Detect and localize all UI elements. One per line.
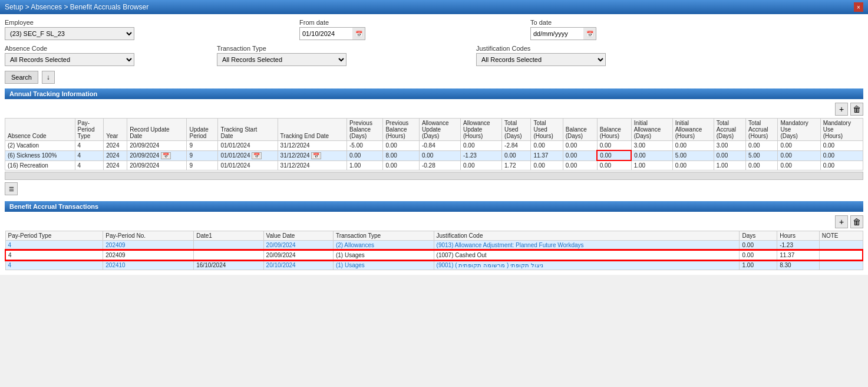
row-allow-update-days: -0.84 bbox=[419, 141, 460, 151]
search-button[interactable]: Search bbox=[5, 71, 38, 84]
tcol-hours: Hours bbox=[777, 231, 820, 241]
trow-value-date: 20/10/2024 bbox=[263, 260, 333, 270]
filter-icon[interactable]: ↓ bbox=[42, 71, 55, 84]
row-pay-period-type: 4 bbox=[75, 150, 104, 160]
col-total-accrual-days: TotalAccrual(Days) bbox=[714, 119, 745, 141]
row-init-allow-days: 0.00 bbox=[631, 150, 672, 160]
employee-select[interactable]: (23) SEC_F SL_23 bbox=[5, 27, 134, 40]
trow-note bbox=[819, 250, 863, 260]
trow-justification-code: ניצול תקופתי ( מרשומה תקופתית ) (9001) bbox=[434, 260, 740, 270]
row-init-allow-days: 3.00 bbox=[631, 141, 672, 151]
to-date-input[interactable] bbox=[530, 27, 583, 40]
row-mandatory-use-hours: 0.00 bbox=[820, 160, 863, 170]
trow-date1: 16/10/2024 bbox=[194, 260, 263, 270]
row-mandatory-use-days: 0.00 bbox=[778, 150, 820, 160]
absence-code-select[interactable]: All Records Selected bbox=[5, 53, 134, 66]
annual-add-button[interactable]: + bbox=[835, 103, 848, 116]
tcol-pay-period-type: Pay-Period Type bbox=[5, 231, 103, 241]
row-update-period: 9 bbox=[187, 141, 218, 151]
title-bar: Setup > Absences > Benefit Accruals Brow… bbox=[0, 0, 868, 14]
col-balance-hours: Balance(Hours) bbox=[597, 119, 631, 141]
trow-date1 bbox=[194, 250, 263, 260]
trow-hours: 11.37 bbox=[777, 250, 820, 260]
row-total-used-days: -2.84 bbox=[502, 141, 531, 151]
row-total-used-hours: 0.00 bbox=[531, 160, 563, 170]
trow-justification-code: (9013) Allowance Adjustment: Planned Fut… bbox=[434, 241, 740, 251]
row-update-period: 9 bbox=[187, 150, 218, 160]
row-absence-code: (16) Recreation bbox=[5, 160, 75, 170]
row-balance-days: 0.00 bbox=[563, 150, 597, 160]
row-init-allow-days: 1.00 bbox=[631, 160, 672, 170]
row-prev-bal-days: -5.00 bbox=[346, 141, 382, 151]
transactions-add-button[interactable]: + bbox=[835, 215, 848, 228]
row-total-accrual-hours: 5.00 bbox=[746, 150, 778, 160]
trow-days: 1.00 bbox=[740, 260, 777, 270]
annual-list-icon[interactable]: ☰ bbox=[5, 182, 18, 195]
row-pay-period-type: 4 bbox=[75, 141, 104, 151]
trow-transaction-type: (2) Allowances bbox=[333, 241, 434, 251]
row-init-allow-hours: 0.00 bbox=[672, 141, 714, 151]
transaction-type-select[interactable]: All Records Selected bbox=[217, 53, 346, 66]
trow-date1 bbox=[194, 241, 263, 251]
col-year: Year bbox=[104, 119, 127, 141]
col-tracking-start-date: Tracking StartDate bbox=[218, 119, 278, 141]
tcol-note: NOTE bbox=[819, 231, 863, 241]
row-prev-bal-days: 1.00 bbox=[346, 160, 382, 170]
row-update-period: 9 bbox=[187, 160, 218, 170]
transactions-section-header: Benefit Accrual Transactions bbox=[5, 201, 863, 212]
row-absence-code: (6) Sickness 100% bbox=[5, 150, 75, 160]
row-tracking-end-date: 31/12/2024 bbox=[278, 160, 346, 170]
annual-delete-button[interactable]: 🗑 bbox=[850, 103, 863, 116]
tcol-date1: Date1 bbox=[194, 231, 263, 241]
row-total-used-days: 1.72 bbox=[502, 160, 531, 170]
col-absence-code: Absence Code bbox=[5, 119, 75, 141]
trow-transaction-type: (1) Usages bbox=[333, 260, 434, 270]
col-prev-bal-days: PreviousBalance(Days) bbox=[346, 119, 382, 141]
row-mandatory-use-days: 0.00 bbox=[778, 141, 820, 151]
col-tracking-end-date: Tracking End Date bbox=[278, 119, 346, 141]
row-allow-update-days: -0.28 bbox=[419, 160, 460, 170]
tcol-justification-code: Justification Code bbox=[434, 231, 740, 241]
row-total-accrual-days: 0.00 bbox=[714, 150, 745, 160]
col-total-accrual-hours: TotalAccrual(Hours) bbox=[746, 119, 778, 141]
tcol-pay-period-no: Pay-Period No. bbox=[103, 231, 194, 241]
justification-codes-select[interactable]: All Records Selected bbox=[476, 53, 606, 66]
trow-days: 0.00 bbox=[740, 241, 777, 251]
trow-pay-period-type: 4 bbox=[5, 241, 103, 251]
from-date-calendar-icon[interactable]: 📅 bbox=[352, 27, 365, 40]
from-date-input[interactable] bbox=[299, 27, 352, 40]
row-mandatory-use-hours: 0.00 bbox=[820, 141, 863, 151]
annual-scrollbar[interactable] bbox=[5, 172, 863, 180]
trow-justification-code: (1007) Cashed Out bbox=[434, 250, 740, 260]
row-tracking-start-date: 01/01/2024 📅 bbox=[218, 150, 278, 160]
row-absence-code: (2) Vacation bbox=[5, 141, 75, 151]
row-prev-bal-hours: 0.00 bbox=[383, 160, 419, 170]
row-year: 2024 bbox=[104, 160, 127, 170]
row-tracking-end-date: 31/12/2024 📅 bbox=[278, 150, 346, 160]
col-total-used-days: TotalUsed(Days) bbox=[502, 119, 531, 141]
trow-pay-period-type: 4 bbox=[5, 260, 103, 270]
row-record-update-date: 20/09/2024 bbox=[127, 141, 187, 151]
row-mandatory-use-days: 0.00 bbox=[778, 160, 820, 170]
absence-code-label: Absence Code bbox=[5, 45, 134, 52]
justification-codes-label: Justification Codes bbox=[476, 45, 606, 52]
trow-transaction-type: (1) Usages bbox=[333, 250, 434, 260]
row-init-allow-hours: 5.00 bbox=[672, 150, 714, 160]
annual-table: Absence Code Pay-PeriodType Year Record … bbox=[5, 118, 863, 170]
row-prev-bal-hours: 0.00 bbox=[383, 141, 419, 151]
trow-days: 0.00 bbox=[740, 250, 777, 260]
to-date-calendar-icon[interactable]: 📅 bbox=[583, 27, 596, 40]
row-balance-days: 0.00 bbox=[563, 141, 597, 151]
col-init-allow-hours: InitialAllowance(Hours) bbox=[672, 119, 714, 141]
row-year: 2024 bbox=[104, 141, 127, 151]
row-pay-period-type: 4 bbox=[75, 160, 104, 170]
title-text: Setup > Absences > Benefit Accruals Brow… bbox=[5, 3, 148, 11]
row-total-used-hours: 0.00 bbox=[531, 141, 563, 151]
row-total-accrual-days: 1.00 bbox=[714, 160, 745, 170]
trow-pay-period-no: 202409 bbox=[103, 250, 194, 260]
row-mandatory-use-hours: 0.00 bbox=[820, 150, 863, 160]
trow-hours: -1.23 bbox=[777, 241, 820, 251]
transactions-delete-button[interactable]: 🗑 bbox=[850, 215, 863, 228]
close-button[interactable]: × bbox=[854, 2, 863, 12]
col-allow-update-days: AllowanceUpdate(Days) bbox=[419, 119, 460, 141]
